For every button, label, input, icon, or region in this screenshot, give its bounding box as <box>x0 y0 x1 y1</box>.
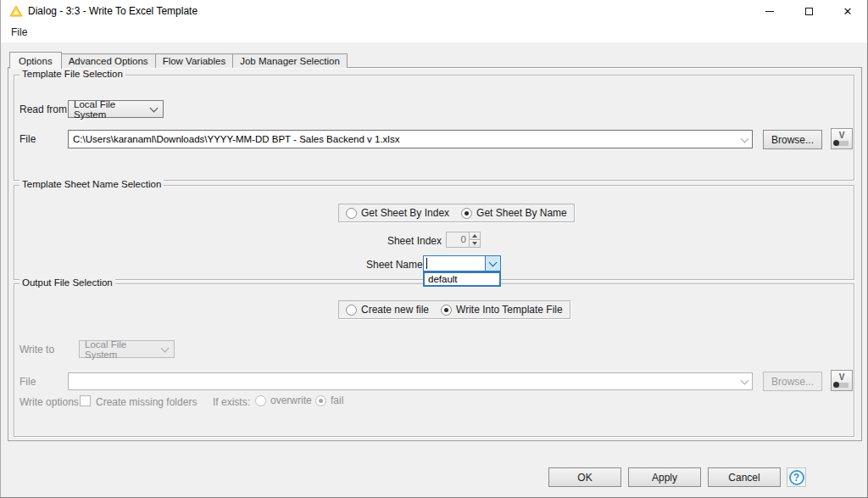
template-sheet-name-selection-legend: Template Sheet Name Selection <box>19 179 164 189</box>
radio-write-into-template-file[interactable]: Write Into Template File <box>441 304 563 316</box>
text-caret <box>426 258 427 269</box>
template-sheet-name-selection-group: Template Sheet Name Selection Get Sheet … <box>14 185 854 280</box>
help-icon: ? <box>789 470 804 485</box>
create-missing-folders-label: Create missing folders <box>96 396 197 408</box>
read-from-label: Read from <box>19 104 67 115</box>
spinner-up-icon <box>472 234 477 238</box>
radio-checked-icon <box>315 395 326 406</box>
chevron-down-icon <box>741 378 748 385</box>
radio-icon <box>255 395 266 406</box>
template-file-label: File <box>19 133 36 145</box>
menu-file[interactable]: File <box>8 22 31 42</box>
radio-checked-icon <box>461 208 472 219</box>
dialog-window: Dialog - 3:3 - Write To Excel Template ✕… <box>0 0 868 498</box>
template-browse-button[interactable]: Browse... <box>763 130 822 149</box>
sheet-index-spinner: 0 <box>446 232 481 248</box>
template-file-selection-group: Template File Selection Read from Local … <box>14 75 854 181</box>
read-from-value: Local File System <box>74 99 150 120</box>
dropdown-option-default[interactable]: default <box>425 273 499 285</box>
flow-variable-port-icon <box>835 141 849 146</box>
output-mode-radio-group: Create new file Write Into Template File <box>338 300 570 319</box>
close-button[interactable]: ✕ <box>828 0 867 22</box>
tab-bar: Options Advanced Options Flow Variables … <box>9 50 347 68</box>
radio-icon <box>346 208 357 219</box>
chevron-down-icon <box>150 105 158 113</box>
if-exists-label: If exists: <box>213 396 250 408</box>
flow-variable-icon: V <box>839 131 845 140</box>
spinner-down-icon <box>472 242 477 245</box>
minimize-icon <box>765 11 774 12</box>
sheet-index-label: Sheet Index <box>379 235 442 247</box>
radio-fail: fail <box>315 394 343 406</box>
radio-create-new-file[interactable]: Create new file <box>346 304 429 316</box>
tab-flow-variables[interactable]: Flow Variables <box>155 53 234 68</box>
write-to-label: Write to <box>19 344 54 355</box>
output-flow-variable-button[interactable]: V <box>831 370 853 391</box>
flow-variable-icon: V <box>839 373 845 382</box>
maximize-button[interactable] <box>789 0 828 22</box>
radio-icon <box>346 305 357 316</box>
radio-get-sheet-by-index[interactable]: Get Sheet By Index <box>346 207 449 219</box>
spinner-down-button <box>469 240 481 248</box>
window-title: Dialog - 3:3 - Write To Excel Template <box>28 0 198 22</box>
apply-button[interactable]: Apply <box>628 467 701 487</box>
close-icon: ✕ <box>843 6 853 17</box>
create-missing-folders-checkbox <box>80 395 91 406</box>
output-file-label: File <box>19 376 36 388</box>
chevron-down-icon <box>161 345 169 353</box>
flow-variable-port-icon <box>835 383 849 388</box>
sheet-mode-radio-group: Get Sheet By Index Get Sheet By Name <box>338 204 575 222</box>
sheet-name-combobox[interactable] <box>423 255 501 271</box>
template-file-path-combobox[interactable]: C:\Users\karanaml\Downloads\YYYY-MM-DD B… <box>68 130 753 148</box>
read-from-dropdown[interactable]: Local File System <box>68 100 164 118</box>
chevron-down-icon <box>741 136 748 143</box>
radio-overwrite: overwrite <box>255 394 312 406</box>
tab-advanced-options[interactable]: Advanced Options <box>61 53 156 68</box>
tab-options[interactable]: Options <box>9 52 62 69</box>
sheet-index-value: 0 <box>446 232 469 248</box>
radio-checked-icon <box>441 305 452 316</box>
sheet-name-dropdown-popup: default <box>423 271 501 287</box>
minimize-button[interactable] <box>750 0 789 22</box>
template-file-combo-arrow[interactable] <box>737 131 752 148</box>
menubar: File <box>1 22 867 42</box>
template-flow-variable-button[interactable]: V <box>831 128 853 149</box>
ok-button[interactable]: OK <box>548 467 621 487</box>
template-file-path-value: C:\Users\karanaml\Downloads\YYYY-MM-DD B… <box>69 134 737 144</box>
output-file-selection-group: Output File Selection Create new file Wr… <box>14 283 854 437</box>
warning-triangle-icon <box>9 5 23 17</box>
tab-job-manager-selection[interactable]: Job Manager Selection <box>232 53 348 68</box>
output-file-path-combobox <box>68 372 753 390</box>
output-file-selection-legend: Output File Selection <box>19 277 115 288</box>
help-button[interactable]: ? <box>787 467 806 487</box>
write-options-label: Write options <box>19 396 79 408</box>
spinner-up-button <box>469 232 481 240</box>
chevron-down-icon <box>489 260 497 267</box>
window-controls: ✕ <box>750 0 867 22</box>
template-file-selection-legend: Template File Selection <box>19 69 125 79</box>
cancel-button[interactable]: Cancel <box>708 467 781 487</box>
write-to-dropdown: Local File System <box>79 340 175 358</box>
output-file-combo-arrow <box>737 373 752 389</box>
maximize-icon <box>805 8 813 15</box>
titlebar: Dialog - 3:3 - Write To Excel Template ✕ <box>1 0 867 22</box>
options-tab-panel: Template File Selection Read from Local … <box>8 67 862 441</box>
output-browse-button: Browse... <box>763 372 822 391</box>
write-to-value: Local File System <box>85 339 161 360</box>
radio-get-sheet-by-name[interactable]: Get Sheet By Name <box>461 207 567 219</box>
sheet-name-combo-arrow[interactable] <box>485 256 500 271</box>
sheet-name-label: Sheet Name <box>366 259 420 271</box>
